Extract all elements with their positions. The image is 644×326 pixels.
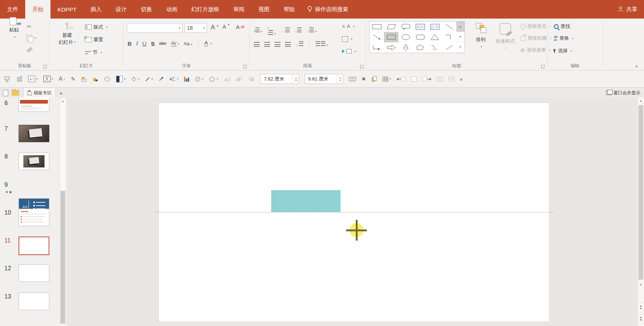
align-objects-button[interactable]: ▾ bbox=[169, 76, 178, 82]
font-dialog-launcher[interactable] bbox=[243, 65, 247, 68]
vertical-scrollbar[interactable]: ▲ ▼ ▲▲ ▼▼ bbox=[637, 98, 644, 326]
keyboard-icon[interactable] bbox=[349, 76, 356, 82]
tab-file[interactable]: 文件 bbox=[0, 0, 25, 19]
font-name-combobox[interactable]: ▾ bbox=[127, 23, 183, 33]
panel-scrollbar[interactable]: ▲ bbox=[60, 98, 66, 326]
cell-box-icon[interactable] bbox=[411, 76, 417, 82]
insert-table-button[interactable]: ▾ bbox=[382, 76, 391, 82]
panel-scrollbar-thumb[interactable] bbox=[60, 191, 65, 324]
drawing-dialog-launcher[interactable] bbox=[541, 65, 545, 68]
tab-review[interactable]: 审阅 bbox=[226, 0, 252, 19]
theme-colors-button[interactable]: ▾ bbox=[116, 76, 125, 82]
shrink-font-button[interactable]: A▾ bbox=[223, 24, 229, 30]
scrollbar-thumb[interactable] bbox=[638, 105, 643, 280]
merge-shapes-icon[interactable] bbox=[92, 76, 98, 82]
paragraph-dialog-launcher[interactable] bbox=[360, 65, 364, 68]
slide-thumbnail-11-selected[interactable] bbox=[19, 237, 49, 255]
grow-font-button[interactable]: A▴ bbox=[211, 24, 218, 31]
decrease-indent-button[interactable]: ← bbox=[282, 27, 290, 33]
next-slide-button[interactable]: ▼▼ bbox=[638, 314, 644, 326]
open-folder-icon[interactable] bbox=[12, 90, 19, 95]
find-button[interactable]: 查找 bbox=[554, 23, 570, 30]
shapes-gallery-scrollbar[interactable]: ▲ ▼ ⊽ bbox=[456, 21, 465, 53]
paste-button[interactable]: 粘贴 ▾ bbox=[4, 22, 24, 40]
quick-styles-button[interactable]: 快速样式 ▾ bbox=[493, 23, 518, 51]
tab-transitions[interactable]: 切换 bbox=[134, 0, 159, 19]
shapes-scroll-down[interactable]: ▼ bbox=[456, 32, 464, 42]
paste-special-icon[interactable] bbox=[371, 76, 377, 82]
shape-callout[interactable] bbox=[398, 22, 413, 32]
shape-down-arrow[interactable] bbox=[398, 42, 413, 53]
insert-right-icon[interactable]: ⇥ bbox=[422, 76, 431, 82]
bullets-button[interactable]: •▾ bbox=[254, 27, 262, 33]
insert-left-icon[interactable]: ⇤ bbox=[397, 76, 406, 82]
window-merge-toggle[interactable]: 窗口合并显示 bbox=[606, 90, 644, 96]
clear-formatting-button[interactable]: A bbox=[236, 24, 244, 30]
slide-thumbnail-8[interactable] bbox=[19, 153, 49, 170]
shape-vertical-textbox[interactable]: A bbox=[428, 22, 442, 32]
shapes-scroll-up[interactable]: ▲ bbox=[456, 22, 464, 32]
shape-triangle[interactable] bbox=[428, 32, 442, 42]
insert-chart-button[interactable] bbox=[184, 76, 189, 82]
copy-button[interactable]: ▾ bbox=[27, 35, 36, 41]
tab-home[interactable]: 开始 bbox=[25, 0, 50, 19]
tab-help[interactable]: 帮助 bbox=[277, 0, 302, 19]
delete-x-icon[interactable]: × bbox=[362, 75, 365, 83]
section-button[interactable]: 节▾ bbox=[85, 49, 102, 56]
distributed-button[interactable]: ⇔ bbox=[295, 41, 303, 47]
tab-design[interactable]: 设计 bbox=[109, 0, 134, 19]
tab-animations[interactable]: 动画 bbox=[159, 0, 184, 19]
scroll-up-arrow[interactable]: ▲ bbox=[638, 99, 644, 102]
change-case-button[interactable]: Aa▾ bbox=[184, 41, 192, 46]
align-right-button[interactable] bbox=[275, 42, 280, 47]
underline-button[interactable]: U bbox=[142, 40, 147, 47]
shapes-gallery-more[interactable]: ⊽ bbox=[456, 42, 464, 53]
shapes-gallery[interactable]: A A bbox=[369, 21, 457, 53]
tab-slideshow[interactable]: 幻灯片放映 bbox=[184, 0, 226, 19]
slide-thumbnail-6[interactable] bbox=[19, 98, 49, 112]
shape-line[interactable] bbox=[442, 22, 457, 32]
shape-rectangle-selected[interactable] bbox=[384, 32, 398, 42]
reset-button[interactable]: 重置 bbox=[85, 36, 103, 43]
pen-icon[interactable]: ✎ bbox=[71, 76, 76, 82]
scroll-down-arrow[interactable]: ▼ bbox=[638, 283, 644, 287]
fill-color-button[interactable]: ▾ bbox=[131, 76, 139, 82]
replace-button[interactable]: abac替换▾ bbox=[554, 35, 574, 42]
align-text-button[interactable]: ↕▾ bbox=[342, 36, 352, 42]
shape-line-2[interactable] bbox=[442, 42, 457, 53]
font-color-button[interactable]: A bbox=[204, 40, 208, 47]
easel-icon[interactable] bbox=[4, 76, 10, 82]
edit-shape-button[interactable]: ▾ bbox=[209, 76, 218, 82]
slide-thumbnail-7[interactable] bbox=[19, 125, 49, 142]
format-brush-icon[interactable] bbox=[81, 76, 87, 82]
previous-slide-button[interactable]: ▲▲ bbox=[638, 303, 644, 314]
align-left-button[interactable] bbox=[254, 42, 260, 47]
clipboard-dialog-launcher[interactable] bbox=[43, 65, 47, 68]
character-spacing-button[interactable]: AV▾ bbox=[171, 41, 179, 46]
shape-scribble[interactable] bbox=[428, 42, 442, 53]
line-spacing-button[interactable]: ↕▾ bbox=[308, 27, 316, 33]
tab-insert[interactable]: 插入 bbox=[83, 0, 109, 19]
flip-shape-icon[interactable] bbox=[224, 76, 230, 82]
shape-right-arrow[interactable] bbox=[384, 42, 398, 53]
shape-oval[interactable] bbox=[398, 32, 413, 42]
oval-tool-button[interactable] bbox=[104, 76, 111, 82]
slide-thumbnail-10[interactable] bbox=[19, 209, 49, 226]
tab-koppt[interactable]: KOPPT bbox=[50, 0, 83, 19]
shape-arrow-line[interactable] bbox=[369, 32, 384, 42]
split-columns-icon[interactable] bbox=[437, 76, 443, 82]
font-size-combobox[interactable]: 18▾ bbox=[185, 23, 207, 33]
shape-rounded-rectangle[interactable] bbox=[413, 32, 428, 42]
text-direction-button[interactable]: ⇅A▾ bbox=[342, 24, 354, 29]
insert-textbox-button[interactable]: A▾ bbox=[28, 76, 38, 82]
outline-pencil-button[interactable]: ▾ bbox=[145, 76, 153, 82]
shape-height-spinner[interactable]: 9.61 厘米 ▲▼ bbox=[305, 74, 343, 84]
bold-button[interactable]: B bbox=[128, 40, 132, 47]
slide-thumbnail-13[interactable] bbox=[19, 293, 49, 310]
collapse-ribbon-button[interactable]: ∧ bbox=[635, 64, 638, 69]
shape-freeform[interactable] bbox=[413, 42, 428, 53]
distribute-columns-icon[interactable] bbox=[16, 76, 23, 82]
shape-outline-button[interactable]: 形状轮廓▾ bbox=[520, 35, 551, 42]
vertical-textbox-button[interactable]: 文▾ bbox=[43, 76, 53, 82]
numbering-button[interactable]: 12▾ bbox=[267, 25, 276, 36]
